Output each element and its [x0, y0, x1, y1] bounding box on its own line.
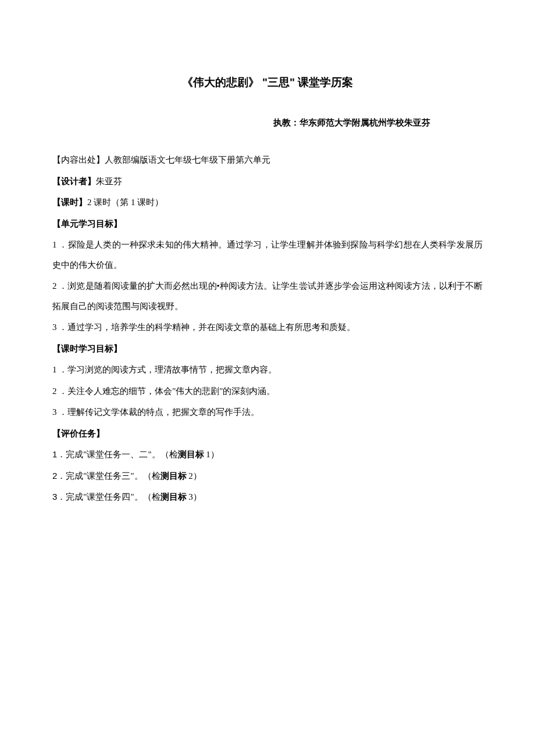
evaluation-bold: 测目标	[160, 471, 187, 481]
instructor-line: 执教：华东师范大学附属杭州学校朱亚芬	[52, 113, 483, 133]
evaluation-suffix: 2）	[187, 471, 202, 481]
period-label: 【课时】	[52, 197, 87, 207]
page-title: 《伟大的悲剧》 "三思" 课堂学历案	[52, 70, 483, 95]
lesson-goals-heading: 【课时学习目标】	[52, 343, 122, 353]
unit-goals-heading: 【单元学习目标】	[52, 218, 122, 228]
evaluation-item: 3．完成"课堂任务四"。（检测目标 3）	[52, 487, 483, 507]
unit-goals-label: 【单元学习目标】	[52, 214, 483, 234]
evaluation-suffix: 1）	[204, 450, 219, 459]
designer-section: 【设计者】朱亚芬	[52, 171, 483, 192]
designer-text: 朱亚芬	[96, 177, 122, 186]
lesson-goals-item: 3 ．理解传记文学体裁的特点，把握文章的写作手法。	[52, 402, 483, 422]
evaluation-label: 【评价任务】	[52, 424, 483, 444]
evaluation-item: 2．完成"课堂任务三"。（检测目标 2）	[52, 466, 483, 486]
source-section: 【内容出处】人教部编版语文七年级七年级下册第六单元	[52, 150, 483, 170]
evaluation-text: ．完成"课堂任务四"。（检	[57, 492, 160, 501]
unit-goals-item: 3 ．通过学习，培养学生的科学精神，并在阅读文章的基础上有所思考和质疑。	[52, 317, 483, 338]
evaluation-text: ．完成"课堂任务一、二"。（检	[57, 450, 177, 459]
lesson-goals-label: 【课时学习目标】	[52, 339, 483, 359]
source-label: 【内容出处】	[52, 155, 105, 164]
evaluation-heading: 【评价任务】	[52, 428, 105, 438]
period-text: 2 课时（第 1 课时）	[87, 198, 163, 207]
unit-goals-item: 1 ．探险是人类的一种探求未知的伟大精神。通过学习，让学生理解并体验到探险与科学…	[52, 235, 483, 275]
lesson-goals-item: 1 ．学习浏览的阅读方式，理清故事情节，把握文章内容。	[52, 360, 483, 380]
unit-goals-item: 2 ．浏览是随着阅读量的扩大而必然出现的•种阅读方法。让学生尝试并逐步学会运用这…	[52, 276, 483, 316]
designer-label: 【设计者】	[52, 176, 96, 186]
period-section: 【课时】2 课时（第 1 课时）	[52, 192, 483, 213]
evaluation-text: ．完成"课堂任务三"。（检	[57, 471, 160, 481]
evaluation-item: 1．完成"课堂任务一、二"。（检测目标 1）	[52, 445, 483, 465]
evaluation-bold: 测目标	[160, 492, 187, 501]
evaluation-bold: 测目标	[178, 449, 204, 459]
source-text: 人教部编版语文七年级七年级下册第六单元	[105, 155, 270, 164]
evaluation-suffix: 3）	[187, 492, 202, 501]
lesson-goals-item: 2 ．关注令人难忘的细节，体会"伟大的悲剧"的深刻内涵。	[52, 381, 483, 402]
